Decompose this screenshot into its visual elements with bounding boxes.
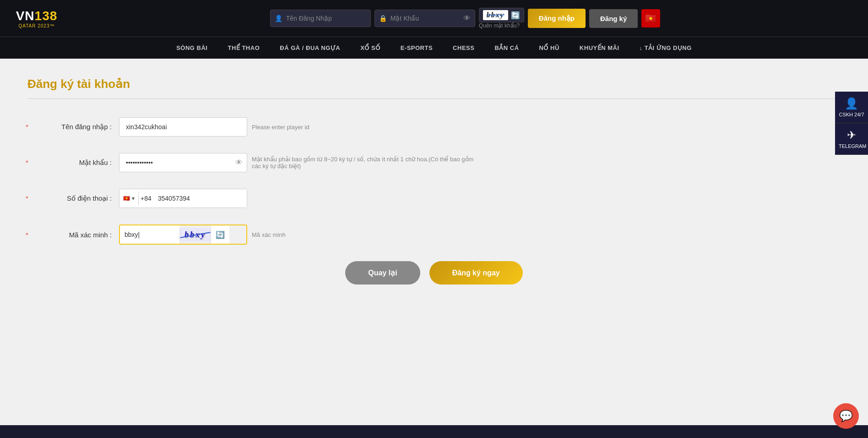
captcha-hint: Mã xác minh [252,231,286,238]
header-eye-icon[interactable]: 👁 [463,14,471,22]
password-field-wrap: 👁 [119,153,247,172]
nav-item-chess[interactable]: CHESS [443,37,484,59]
telegram-icon: ✈ [839,129,864,142]
username-required: * [26,123,28,131]
password-required: * [26,159,28,166]
phone-arrow: ▾ [132,195,135,202]
password-label: * Mật khẩu : [27,159,119,167]
username-wrap: 👤 [270,10,371,27]
captcha-input[interactable] [120,225,179,244]
phone-wrap: 🇻🇳 ▾ +84 [119,189,247,208]
support-label: CSKH 24/7 [839,112,864,117]
form-buttons: Quay lại Đăng ký ngay [27,261,841,285]
password-hint: Mật khẩu phải bao gồm từ 8~20 ký tự / số… [252,156,481,170]
lock-icon: 🔒 [379,15,387,22]
telegram-widget[interactable]: ✈ TELEGRAM [835,123,868,155]
nav-item-e-sports[interactable]: E-SPORTS [391,37,443,59]
phone-country-code: +84 [139,195,153,202]
main-content: Đăng ký tài khoản * Tên đăng nhập : Plea… [0,59,868,425]
header: VN138 QATAR 2023™ 👤 🔒 👁 bbxy 🔄 Quên mật … [0,0,868,37]
telegram-label: TELEGRAM [839,143,864,149]
username-label: * Tên đăng nhập : [27,123,119,131]
captcha-required: * [26,231,28,239]
header-captcha-col: bbxy 🔄 Quên mật khẩu? [479,8,524,29]
nav-item-ban-ca[interactable]: BẮN CÁ [484,37,529,59]
logo-sub: QATAR 2023™ [19,23,55,28]
sidebar-widgets: 👤 CSKH 24/7 ✈ TELEGRAM [835,92,868,155]
nav-item-the-thao[interactable]: THỂ THAO [217,37,270,59]
logo-vn: VN [16,9,35,23]
password-input-wrap: 👁 Mật khẩu phải bao gồm từ 8~20 ký tự / … [119,153,481,172]
nav-item-tai-ung-dung[interactable]: ↓ TẢI ỨNG DỤNG [629,37,702,59]
username-input[interactable] [119,117,247,137]
register-header-button[interactable]: Đăng ký [589,9,638,28]
title-divider [27,99,841,99]
user-icon: 👤 [275,15,282,22]
username-hint: Please enter player id [252,124,309,131]
phone-input[interactable] [153,189,247,208]
phone-row: * Số điện thoại : 🇻🇳 ▾ +84 [27,189,841,208]
main-nav: SÒNG BÀI THỂ THAO ĐÁ GÀ / ĐUA NGỰA XỔ SỐ… [0,37,868,59]
password-wrap: 🔒 👁 [374,10,475,27]
logo: VN138 QATAR 2023™ [9,9,64,28]
nav-item-song-bai[interactable]: SÒNG BÀI [166,37,217,59]
captcha-row: * Mã xác minh : bbxy 🔄 Mã xác minh [27,224,841,245]
chat-bubble-icon: 💬 [839,410,853,422]
header-username-input[interactable] [270,10,371,27]
page-title: Đăng ký tài khoản [27,77,841,91]
username-input-wrap: Please enter player id [119,117,309,137]
nav-item-da-ga[interactable]: ĐÁ GÀ / ĐUA NGỰA [270,37,350,59]
password-input[interactable] [119,153,247,172]
header-inputs: 👤 🔒 👁 bbxy 🔄 Quên mật khẩu? Đăng nhập Đă… [71,8,859,29]
nav-item-no-hu[interactable]: NỔ HŨ [529,37,570,59]
header-captcha-wrap: bbxy 🔄 [479,8,524,22]
support-widget[interactable]: 👤 CSKH 24/7 [835,92,868,123]
phone-label: * Số điện thoại : [27,194,119,203]
captcha-block: bbxy 🔄 [119,224,247,245]
chat-bubble[interactable]: 💬 [833,403,859,429]
captcha-image: bbxy [179,228,211,241]
back-button[interactable]: Quay lại [345,261,420,285]
captcha-input-wrap: bbxy 🔄 Mã xác minh [119,224,286,245]
phone-country-selector[interactable]: 🇻🇳 ▾ [119,192,139,205]
captcha-refresh-button[interactable]: 🔄 [211,226,229,244]
nav-item-khuyen-mai[interactable]: KHUYẾN MÃI [570,37,629,59]
forgot-password-link[interactable]: Quên mật khẩu? [479,22,520,29]
password-row: * Mật khẩu : 👁 Mật khẩu phải bao gồm từ … [27,153,841,172]
phone-required: * [26,194,28,202]
phone-input-wrap: 🇻🇳 ▾ +84 [119,189,247,208]
captcha-label: * Mã xác minh : [27,231,119,239]
submit-button[interactable]: Đăng ký ngay [429,261,523,285]
nav-item-xo-so[interactable]: XỔ SỐ [350,37,390,59]
header-password-input[interactable] [374,10,475,27]
language-flag-button[interactable]: 🇻🇳 [641,9,660,27]
header-captcha-image: bbxy [483,10,508,20]
phone-flag: 🇻🇳 [123,195,130,202]
logo-138: 138 [35,9,58,23]
username-row: * Tên đăng nhập : Please enter player id [27,117,841,137]
support-icon: 👤 [839,97,864,110]
login-button[interactable]: Đăng nhập [528,9,586,28]
password-eye-icon[interactable]: 👁 [235,159,243,167]
header-captcha-refresh[interactable]: 🔄 [511,11,520,20]
